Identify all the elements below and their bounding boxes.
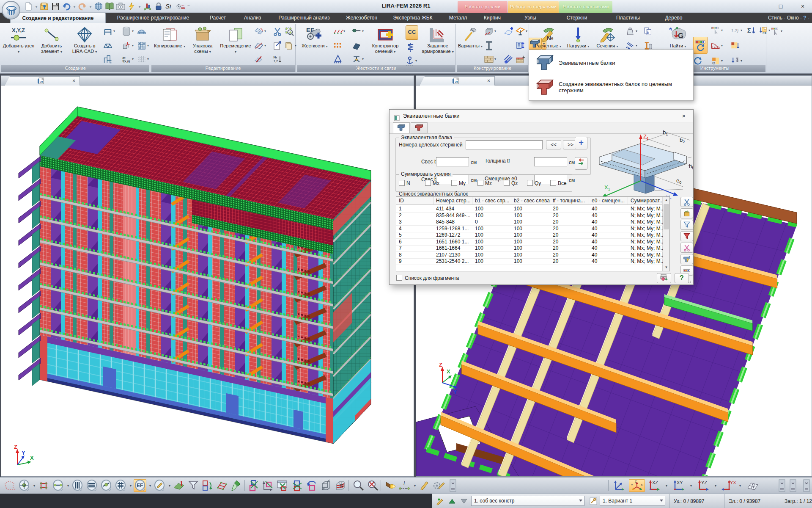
copy-button[interactable]: Копирование ▾ xyxy=(154,25,186,64)
sum-force-checkbox-Все[interactable] xyxy=(550,180,556,186)
node-rod-lens-icon[interactable] xyxy=(100,479,112,492)
save-icon[interactable] xyxy=(51,2,60,11)
help-menu[interactable]: ? xyxy=(803,15,806,21)
sum-force-checkbox-My[interactable] xyxy=(451,180,457,186)
section-constructor-button[interactable]: Конструктор сечений ▾ xyxy=(368,25,403,64)
dropdown-arrow-icon[interactable]: ▾ xyxy=(131,55,134,64)
dropdown-arrow-icon[interactable]: ▾ xyxy=(129,479,133,492)
node-grid-icon[interactable] xyxy=(37,479,50,492)
table-cell[interactable]: 100 xyxy=(511,252,550,258)
table-cell[interactable]: 20 xyxy=(550,213,589,219)
table-cell[interactable]: N; Mx; My; M... xyxy=(628,219,663,225)
refresh-colorbar-button[interactable] xyxy=(693,37,708,54)
export-fragment-icon[interactable] xyxy=(273,41,282,50)
dropdown-arrow-icon[interactable]: ▾ xyxy=(740,56,743,66)
dialog-tab-create-beams[interactable] xyxy=(411,122,428,133)
table-cell[interactable]: 4 xyxy=(396,226,433,232)
loadcase-combobox[interactable]: 1. соб вес констр xyxy=(471,496,584,506)
table-cell[interactable]: 3 xyxy=(396,219,433,225)
table-cell[interactable]: 100 xyxy=(472,258,511,265)
table-cell[interactable]: N; Mx; My; M... xyxy=(628,213,663,219)
dropdown-arrow-icon[interactable]: ▾ xyxy=(720,56,724,66)
grid-nodes-red-icon[interactable] xyxy=(216,479,228,492)
iso-view-button[interactable]: ZYX xyxy=(629,479,645,492)
dropdown-arrow-icon[interactable]: ▾ xyxy=(361,55,365,64)
dropdown-arrow-icon[interactable]: ▾ xyxy=(780,27,783,36)
hinges-icon[interactable] xyxy=(352,27,361,36)
dropdown-arrow-icon[interactable]: ▾ xyxy=(413,479,417,492)
table-cell[interactable]: 845-848 xyxy=(433,219,472,225)
select-zoom-icon[interactable] xyxy=(285,27,294,36)
dropdown-arrow-icon[interactable]: ▾ xyxy=(361,27,365,36)
table-cell[interactable]: 7 xyxy=(396,245,433,251)
ribbon-tab-5[interactable]: Расширенный анализ xyxy=(270,13,338,23)
app-logo[interactable] xyxy=(2,1,20,19)
context-tab-plates[interactable]: Работа с пластинами xyxy=(559,1,612,13)
viewport-right-close-icon[interactable]: × xyxy=(487,78,490,84)
ribbon-tab-9[interactable]: Кирпич xyxy=(475,13,509,23)
dropdown-arrow-icon[interactable]: ▾ xyxy=(146,41,150,50)
cc12-icon[interactable]: CC xyxy=(405,25,419,40)
diagram-icon[interactable] xyxy=(143,2,152,11)
si-icon[interactable]: Si xyxy=(165,2,174,11)
plane-cut-icon[interactable] xyxy=(254,41,263,50)
move-button[interactable]: Перемещение ▾ xyxy=(219,25,252,64)
sum-loads-icon[interactable]: Σ xyxy=(746,26,756,35)
table-cell[interactable]: 5 xyxy=(396,232,433,238)
table-cell[interactable]: 100 xyxy=(472,245,511,251)
node-lens-icon[interactable] xyxy=(18,479,30,492)
table-cell[interactable]: 1661-1664 xyxy=(433,245,472,251)
table-cell[interactable]: 20 xyxy=(550,258,589,265)
table-cell[interactable]: 20 xyxy=(550,232,589,238)
node-link-icon[interactable] xyxy=(352,55,361,64)
dropdown-arrow-icon[interactable]: ▾ xyxy=(112,27,116,36)
style-menu[interactable]: Стиль xyxy=(768,15,782,21)
popup-item-create-beams[interactable]: Создание эквивалентных балок по целевым … xyxy=(529,75,693,99)
table-cell[interactable]: 40 xyxy=(589,245,628,251)
table-cell[interactable]: 100 xyxy=(511,245,550,251)
sum-force-checkbox-Qy[interactable] xyxy=(527,180,533,186)
sum-force-checkbox-Qz[interactable] xyxy=(504,180,510,186)
viewport-left-close-icon[interactable]: × xyxy=(72,78,75,84)
renumber-icon[interactable]: №1,2... xyxy=(273,55,282,64)
qat-overflow-icon[interactable]: = xyxy=(187,4,190,9)
move-copy-icon[interactable] xyxy=(122,41,131,50)
dropdown-arrow-icon[interactable]: ▾ xyxy=(635,27,638,36)
dropdown-arrow-icon[interactable]: ▾ xyxy=(146,55,150,64)
table-cell[interactable]: N; Mx; My; M... xyxy=(628,206,663,212)
ribbon-tab-3[interactable]: Расчет xyxy=(200,13,235,23)
table-cell[interactable]: 100 xyxy=(472,252,511,258)
dropdown-arrow-icon[interactable]: ▾ xyxy=(32,479,36,492)
viewport-left-canvas[interactable]: Z X Y xyxy=(1,86,414,477)
table-view-button[interactable] xyxy=(745,479,761,492)
table-cell[interactable]: 1269-1272 xyxy=(433,232,472,238)
dropdown-arrow-icon[interactable]: ▾ xyxy=(263,41,267,50)
dropdown-arrow-icon[interactable]: ▾ xyxy=(494,27,497,36)
plate-pin-icon[interactable] xyxy=(516,27,525,36)
stiffness-button[interactable]: EFЖесткости ▾ xyxy=(299,25,331,64)
table-cell[interactable]: 40 xyxy=(589,226,628,232)
ribbon-tab-7[interactable]: Экспертиза ЖБК xyxy=(385,13,441,23)
dashed-grid-icon[interactable] xyxy=(137,55,146,64)
plate-stiffness-icon[interactable] xyxy=(352,41,361,50)
beam-paint-icon[interactable] xyxy=(643,41,653,50)
table-cell[interactable]: 100 xyxy=(472,206,511,212)
context-tab-nodes[interactable]: Работа с узлами xyxy=(458,1,508,13)
filter-red-button[interactable] xyxy=(680,231,693,241)
dropdown-arrow-icon[interactable]: ▾ xyxy=(740,26,743,35)
dropdown-arrow-icon[interactable]: ▾ xyxy=(131,27,134,36)
panel-toggle-icon[interactable] xyxy=(778,479,786,492)
table-column-header[interactable]: Суммироват... xyxy=(628,197,663,205)
view-yx-button[interactable]: YX xyxy=(720,479,736,492)
dropdown-arrow-icon[interactable]: ▾ xyxy=(73,4,76,9)
dropdown-arrow-icon[interactable]: ▾ xyxy=(89,4,92,9)
table-column-header[interactable]: ID xyxy=(396,197,433,205)
gear-pencil-icon[interactable] xyxy=(432,479,445,492)
context-tab-rods[interactable]: Работа со стержнями xyxy=(508,1,559,13)
pin-spring-icon[interactable] xyxy=(730,56,740,66)
window-select-icon[interactable] xyxy=(277,479,289,492)
table-column-header[interactable]: Номера стер... xyxy=(433,197,472,205)
table-column-header[interactable]: b1 - свес спр... xyxy=(472,197,511,205)
masonry-check-icon[interactable] xyxy=(516,55,525,64)
scroll-down-icon[interactable]: ▼ xyxy=(663,264,670,271)
